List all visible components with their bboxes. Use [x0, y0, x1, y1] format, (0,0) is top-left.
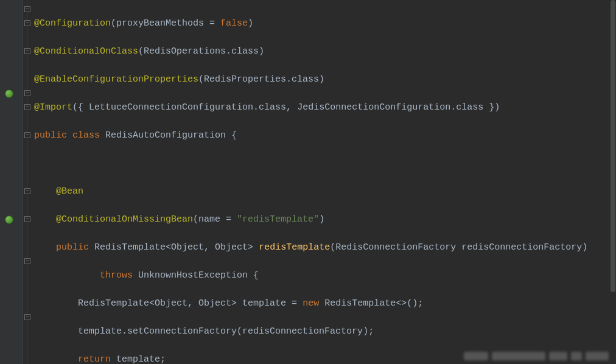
annotation: @EnableConfigurationProperties — [34, 74, 198, 85]
fold-toggle[interactable]: − — [24, 20, 30, 26]
annotation: @ConditionalOnClass — [34, 46, 138, 57]
method-name: redisTemplate — [259, 242, 330, 253]
fold-toggle[interactable]: − — [24, 104, 30, 110]
annotation: @Configuration — [34, 18, 111, 29]
fold-toggle[interactable]: − — [24, 48, 30, 54]
code-area[interactable]: @Configuration(proxyBeanMethods = false)… — [32, 0, 616, 364]
class-name: RedisAutoConfiguration — [105, 130, 226, 141]
fold-column: − − − − − − − − − − — [23, 0, 32, 364]
annotation: @Bean — [56, 186, 83, 197]
fold-toggle[interactable]: − — [24, 188, 30, 194]
status-bar-obscured — [464, 348, 616, 364]
spring-bean-icon[interactable] — [5, 215, 15, 225]
annotation: @ConditionalOnMissingBean — [56, 214, 193, 225]
fold-toggle[interactable]: − — [24, 314, 30, 320]
scroll-thumb[interactable] — [611, 0, 615, 292]
code-editor: − − − − − − − − − − @Configuration(proxy… — [0, 0, 616, 364]
gutter — [0, 0, 23, 364]
fold-toggle[interactable]: − — [24, 90, 30, 96]
spring-bean-icon[interactable] — [5, 89, 15, 99]
fold-toggle[interactable]: − — [24, 216, 30, 222]
fold-toggle[interactable]: − — [24, 258, 30, 264]
vertical-scrollbar[interactable] — [610, 0, 616, 364]
annotation: @Import — [34, 102, 72, 113]
fold-toggle[interactable]: − — [24, 132, 30, 138]
fold-toggle[interactable]: − — [24, 6, 30, 12]
